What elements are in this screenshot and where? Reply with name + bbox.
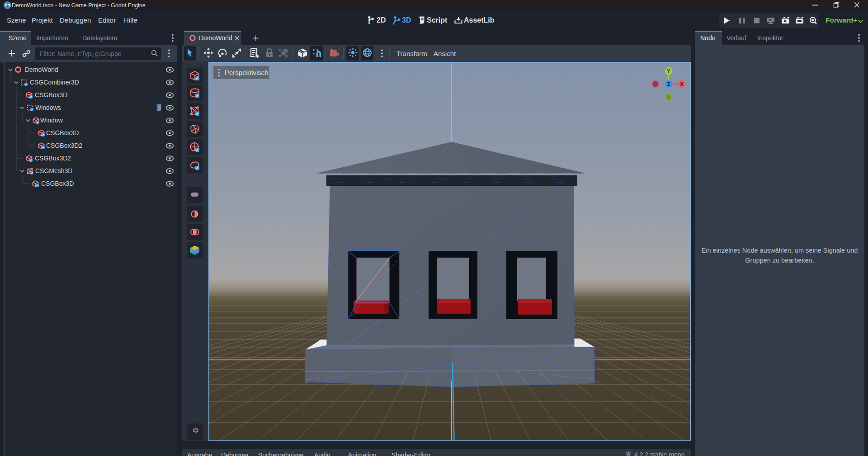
svg-text:Y: Y [667,68,670,74]
svg-text:Z: Z [667,81,670,87]
svg-text:X: X [680,81,684,87]
